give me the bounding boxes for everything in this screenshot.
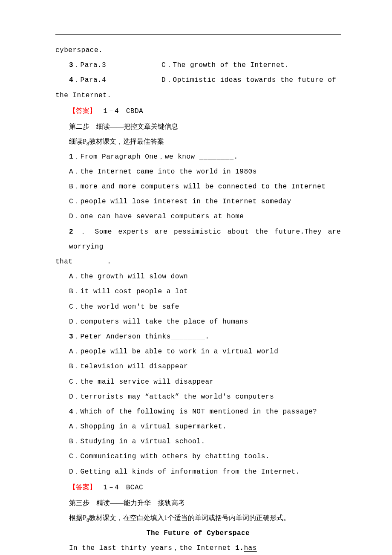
line-cyberspace: cyberspace. (55, 43, 341, 58)
para3-text: ．Para.3 (73, 61, 106, 69)
q1-c: C．people will lose interest in the Inter… (55, 194, 341, 209)
para4-row: 4．Para.4 D．Optimistic ideas towards the … (55, 73, 341, 88)
q3-d: D．terrorists may “attack” the world's co… (55, 390, 341, 405)
q2-d: D．computers will take the place of human… (55, 315, 341, 330)
q2-line1: 2 ． Some experts are pessimistic about t… (55, 225, 341, 254)
q4-d: D．Getting all kinds of information from … (55, 465, 341, 480)
step2-instruction: 细读P8教材课文，选择最佳答案 (55, 134, 341, 150)
q2-line2: that________. (55, 254, 341, 269)
answer-1-text: 1－4 CBDA (96, 107, 143, 115)
q2-num: 2 (69, 228, 73, 236)
step2-heading: 第二步 细读——把控文章关键信息 (55, 119, 341, 134)
q2-b: B．it will cost people a lot (55, 284, 341, 299)
answer-2-text: 1－4 BCAC (96, 484, 143, 491)
answer-1-label: 【答案】 (69, 107, 96, 114)
q1: 1．From Paragraph One，we know ________. (55, 150, 341, 165)
answer-2-label: 【答案】 (69, 483, 96, 491)
fill-line1: In the last thirty years，the Internet 1.… (55, 541, 341, 555)
step3-heading: 第三步 精读——能力升华 接轨高考 (55, 495, 341, 510)
q1-a: A．the Internet came into the world in 19… (55, 165, 341, 179)
option-c: C．The growth of the Internet. (161, 58, 341, 73)
line-the-internet: the Internet. (55, 88, 341, 103)
q4: 4．Which of the following is NOT mentione… (55, 405, 341, 419)
q1-text: ．From Paragraph One，we know ________. (73, 153, 238, 161)
step3-instr-a: 根据P (69, 514, 86, 521)
option-d: D．Optimistic ideas towards the future of (161, 73, 341, 88)
passage-title: The Future of Cyberspace (55, 526, 341, 541)
para4-num: 4 (69, 76, 73, 84)
q4-num: 4 (69, 408, 73, 416)
q3-a: A．people will be able to work in a virtu… (55, 344, 341, 359)
q2-c: C．the world won't be safe (55, 300, 341, 315)
para3-num: 3 (69, 61, 73, 69)
q1-num: 1 (69, 153, 73, 161)
answer-1: 【答案】 1－4 CBDA (55, 103, 341, 119)
step3-instruction: 根据P8教材课文，在空白处填入1个适当的单词或括号内单词的正确形式。 (55, 510, 341, 526)
q2-a: A．the growth will slow down (55, 269, 341, 284)
step3-instr-b: 教材课文，在空白处填入1个适当的单词或括号内单词的正确形式。 (89, 514, 290, 521)
q3-b: B．television will disappear (55, 359, 341, 374)
document-page: cyberspace. 3．Para.3 C．The growth of the… (0, 0, 392, 555)
q4-c: C．Communicating with others by chatting … (55, 449, 341, 464)
q2-text1: ． Some experts are pessimistic about the… (69, 228, 341, 251)
q1-b: B．more and more computers will be connec… (55, 179, 341, 194)
q3: 3．Peter Anderson thinks________. (55, 330, 341, 344)
fill-1-num: 1. (235, 544, 244, 552)
q4-a: A．Shopping in a virtual supermarket. (55, 419, 341, 434)
top-rule (55, 34, 341, 35)
q4-text: ．Which of the following is NOT mentioned… (73, 408, 317, 416)
step2-instr-b: 教材课文，选择最佳答案 (89, 138, 164, 145)
para4-text: ．Para.4 (73, 76, 106, 84)
step2-instr-a: 细读P (69, 138, 86, 145)
q1-d: D．one can have several computers at home (55, 209, 341, 224)
fill-a: In the last thirty years，the Internet (69, 544, 235, 552)
para4-label: 4．Para.4 (69, 73, 156, 88)
answer-2: 【答案】 1－4 BCAC (55, 480, 341, 495)
q3-c: C．the mail service will disappear (55, 375, 341, 390)
q3-num: 3 (69, 333, 73, 341)
q4-b: B．Studying in a virtual school. (55, 434, 341, 449)
para3-label: 3．Para.3 (69, 58, 156, 73)
para3-row: 3．Para.3 C．The growth of the Internet. (55, 58, 341, 73)
q3-text: ．Peter Anderson thinks________. (73, 333, 210, 341)
